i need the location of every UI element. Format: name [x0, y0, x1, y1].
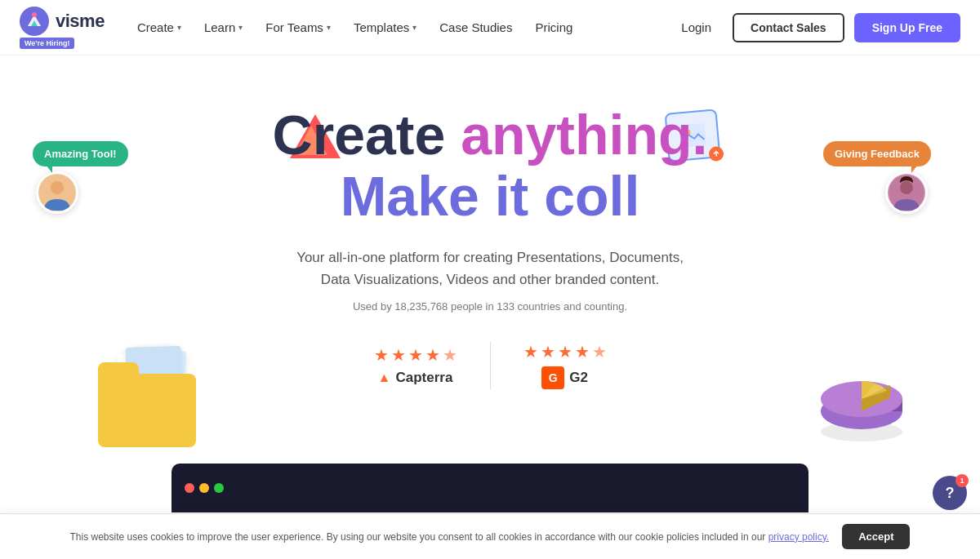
logo-link[interactable]: visme	[20, 7, 105, 36]
pie-svg	[808, 354, 915, 444]
chevron-down-icon: ▾	[177, 23, 181, 32]
hero-title-line2: Make it coll	[16, 166, 964, 227]
nav-templates[interactable]: Templates ▾	[344, 14, 426, 41]
navbar: visme We're Hiring! Create ▾ Learn ▾ For…	[0, 0, 980, 55]
browser-preview-bar	[172, 464, 808, 512]
svg-point-1	[32, 12, 37, 17]
nav-links: Create ▾ Learn ▾ For Teams ▾ Templates ▾…	[127, 14, 582, 41]
login-button[interactable]: Login	[670, 14, 723, 41]
folder-illustration	[82, 341, 212, 447]
g2-rating: ★ ★ ★ ★ ★ G G2	[490, 342, 639, 389]
nav-learn[interactable]: Learn ▾	[194, 14, 252, 41]
nav-create[interactable]: Create ▾	[127, 14, 191, 41]
browser-dot-red	[185, 483, 194, 493]
capterra-icon: ▲	[378, 370, 391, 385]
help-icon: ?	[946, 485, 955, 502]
cookie-bar: This website uses cookies to improve the…	[0, 513, 980, 559]
g2-icon: G	[541, 366, 564, 389]
nav-pricing[interactable]: Pricing	[525, 14, 582, 41]
help-badge: 1	[956, 474, 969, 487]
logo-area: visme We're Hiring!	[20, 7, 105, 49]
hero-title-line1: Create anything.	[16, 104, 964, 166]
chevron-down-icon: ▾	[238, 23, 243, 32]
help-button[interactable]: ? 1	[933, 476, 967, 510]
browser-dot-green	[214, 483, 224, 493]
nav-left: visme We're Hiring! Create ▾ Learn ▾ For…	[20, 7, 582, 49]
accept-cookies-button[interactable]: Accept	[842, 524, 910, 549]
g2-logo: G G2	[541, 366, 588, 389]
chevron-down-icon: ▾	[412, 23, 416, 32]
nav-right: Login Contact Sales Sign Up Free	[670, 13, 960, 42]
g2-stars: ★ ★ ★ ★ ★	[523, 342, 607, 362]
chevron-down-icon: ▾	[327, 23, 331, 32]
browser-dot-yellow	[199, 483, 209, 493]
nav-case-studies[interactable]: Case Studies	[430, 14, 522, 41]
pie-chart-illustration	[808, 354, 915, 447]
signup-button[interactable]: Sign Up Free	[854, 13, 960, 42]
contact-sales-button[interactable]: Contact Sales	[733, 13, 844, 42]
capterra-logo: ▲ Capterra	[378, 370, 453, 386]
visme-logo-icon	[20, 7, 49, 36]
nav-for-teams[interactable]: For Teams ▾	[256, 14, 341, 41]
hiring-badge: We're Hiring!	[20, 38, 74, 49]
privacy-policy-link[interactable]: privacy policy.	[768, 531, 829, 543]
hero-subtitle: Your all-in-one platform for creating Pr…	[286, 246, 694, 291]
hero-section: Amazing Tool! Giving Feedback Create any…	[0, 55, 980, 512]
capterra-rating: ★ ★ ★ ★ ★ ▲ Capterra	[341, 345, 490, 386]
cookie-message: This website uses cookies to improve the…	[70, 531, 830, 543]
folder-base	[98, 374, 196, 447]
hero-stats: Used by 18,235,768 people in 133 countri…	[16, 300, 964, 313]
hero-title: Create anything. Make it coll	[16, 104, 964, 227]
logo-text: visme	[56, 11, 105, 32]
hero-text: Create anything. Make it coll Your all-i…	[16, 88, 964, 313]
capterra-stars: ★ ★ ★ ★ ★	[374, 345, 457, 365]
